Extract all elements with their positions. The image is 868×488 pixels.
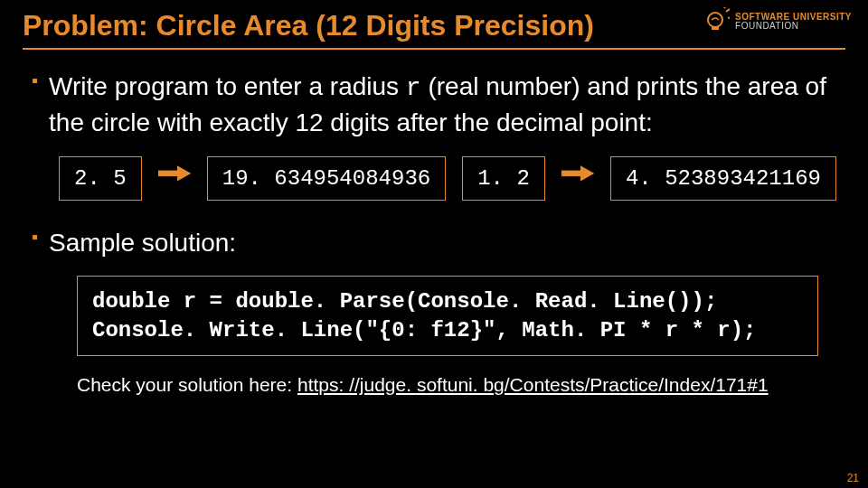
svg-marker-8 (580, 165, 594, 181)
example-input-2: 1. 2 (462, 156, 545, 201)
svg-point-0 (708, 13, 722, 27)
brand-logo: SOFTWARE UNIVERSITY FOUNDATION (701, 7, 852, 36)
svg-line-2 (728, 17, 730, 18)
svg-marker-6 (177, 165, 191, 181)
svg-line-3 (724, 7, 726, 8)
arrow-right-icon (561, 164, 594, 192)
check-link-line: Check your solution here: https: //judge… (77, 374, 836, 396)
bullet-2: ▪ Sample solution: (32, 226, 836, 260)
lightbulb-icon (701, 7, 730, 36)
svg-rect-4 (712, 27, 719, 30)
code-variable-r: r (406, 74, 421, 102)
svg-rect-7 (561, 171, 580, 177)
bullet-1-text-a: Write program to enter a radius (49, 72, 406, 100)
logo-text-bottom: FOUNDATION (735, 22, 852, 31)
slide-content: ▪ Write program to enter a radius r (rea… (23, 50, 845, 396)
bullet-2-text: Sample solution: (49, 226, 236, 260)
svg-line-1 (726, 9, 730, 12)
example-input-1: 2. 5 (59, 156, 142, 201)
arrow-right-icon (158, 164, 191, 192)
example-output-2: 4. 523893421169 (610, 156, 836, 201)
bullet-1: ▪ Write program to enter a radius r (rea… (32, 70, 836, 140)
solution-link[interactable]: https: //judge. softuni. bg/Contests/Pra… (297, 374, 769, 395)
example-row: 2. 5 19. 634954084936 1. 2 4. 5238934211… (59, 156, 836, 201)
page-number: 21 (847, 472, 859, 484)
code-block: double r = double. Parse(Console. Read. … (77, 276, 818, 355)
bullet-square-icon: ▪ (32, 226, 38, 248)
check-label: Check your solution here: (77, 374, 297, 395)
example-output-1: 19. 634954084936 (207, 156, 446, 201)
bullet-square-icon: ▪ (32, 70, 38, 91)
svg-rect-5 (158, 171, 177, 177)
